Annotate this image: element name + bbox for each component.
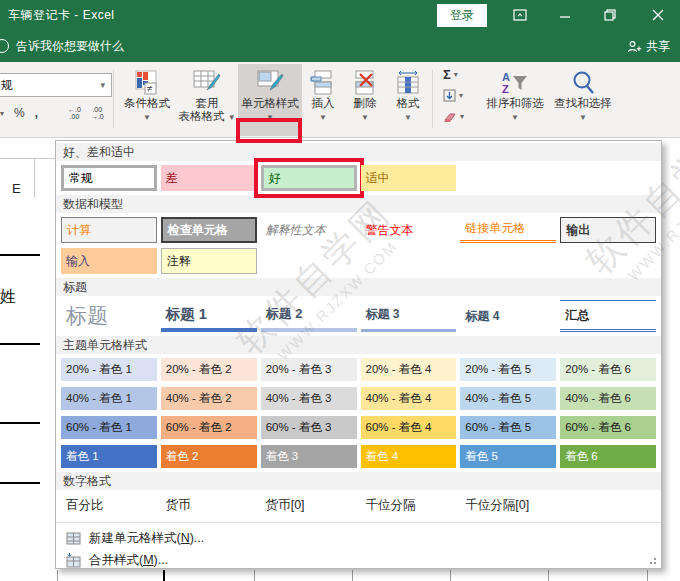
style-linked-cell[interactable]: 链接单元格 xyxy=(460,217,556,243)
style-comma-0[interactable]: 千位分隔[0] xyxy=(460,494,556,516)
style-accent5[interactable]: 着色 5 xyxy=(460,445,556,468)
ribbon: 规 ▾ ▾ % , ←.0.00 .00→.0 ≠ 条件格式 xyxy=(0,62,680,138)
percent-style-button[interactable]: % xyxy=(14,106,25,120)
new-cell-style-menu-item[interactable]: 新建单元格样式(N)... xyxy=(56,527,661,549)
style-heading-1[interactable]: 标题 1 xyxy=(161,300,257,332)
chevron-down-icon[interactable]: ▾ xyxy=(0,109,4,118)
ribbon-display-options-button[interactable] xyxy=(500,0,540,30)
find-select-button[interactable]: 查找和选择 ▼ xyxy=(549,64,617,136)
style-40pct-accent1[interactable]: 40% - 着色 1 xyxy=(61,387,157,410)
autosum-button[interactable]: Σ ▾ xyxy=(439,64,477,85)
chevron-down-icon: ▾ xyxy=(459,91,463,100)
style-bad[interactable]: 差 xyxy=(161,165,257,191)
chevron-down-icon: ▼ xyxy=(361,111,369,124)
style-note[interactable]: 注释 xyxy=(161,248,257,274)
style-20pct-accent2[interactable]: 20% - 着色 2 xyxy=(161,358,257,381)
clear-button[interactable]: ▾ xyxy=(439,106,477,127)
sort-filter-button[interactable]: A Z 排序和筛选 ▼ xyxy=(481,64,549,136)
group-separator xyxy=(113,70,114,128)
style-60pct-accent6[interactable]: 60% - 着色 6 xyxy=(560,416,656,439)
style-explanatory-text[interactable]: 解释性文本 xyxy=(261,217,357,243)
restore-button[interactable] xyxy=(590,0,630,30)
share-person-icon xyxy=(627,40,642,53)
style-currency[interactable]: 货币 xyxy=(161,494,257,516)
format-button[interactable]: 格式 ▼ xyxy=(386,64,430,136)
worksheet-left-fragment: E 姓 xyxy=(0,139,55,581)
minimize-icon xyxy=(559,9,571,21)
menu-separator xyxy=(56,522,661,523)
number-format-combobox[interactable]: 规 ▾ xyxy=(0,73,112,97)
delete-cells-button[interactable]: 删除 ▼ xyxy=(344,64,386,136)
style-60pct-accent1[interactable]: 60% - 着色 1 xyxy=(61,416,157,439)
merge-styles-menu-item[interactable]: 合并样式(M)... xyxy=(56,549,661,571)
sigma-icon: Σ xyxy=(443,67,451,82)
restore-icon xyxy=(604,9,616,21)
group-separator xyxy=(432,70,433,128)
style-calculation[interactable]: 计算 xyxy=(61,217,157,243)
section-header-good-bad-neutral: 好、差和适中 xyxy=(56,143,661,161)
style-20pct-accent5[interactable]: 20% - 着色 5 xyxy=(460,358,556,381)
style-good[interactable]: 好 xyxy=(261,165,357,191)
style-output[interactable]: 输出 xyxy=(560,217,656,243)
fill-button[interactable]: ▾ xyxy=(439,85,477,106)
comma-style-button[interactable]: , xyxy=(35,106,38,120)
style-40pct-accent6[interactable]: 40% - 着色 6 xyxy=(560,387,656,410)
style-heading-4[interactable]: 标题 4 xyxy=(460,300,556,332)
chevron-down-icon: ▼ xyxy=(228,113,236,122)
number-mini-toolbar: ▾ % , ←.0.00 .00→.0 xyxy=(0,106,104,120)
good-bad-neutral-grid: 常规差好适中 xyxy=(56,165,661,191)
style-title[interactable]: 标题 xyxy=(61,300,157,332)
chevron-down-icon: ▾ xyxy=(460,112,464,121)
themed-styles-grid: 20% - 着色 120% - 着色 220% - 着色 320% - 着色 4… xyxy=(56,358,661,468)
style-currency-0[interactable]: 货币[0] xyxy=(261,494,357,516)
increase-decimal-button[interactable]: ←.0.00 xyxy=(68,106,81,120)
style-20pct-accent3[interactable]: 20% - 着色 3 xyxy=(261,358,357,381)
style-accent2[interactable]: 着色 2 xyxy=(161,445,257,468)
style-comma[interactable]: 千位分隔 xyxy=(361,494,457,516)
style-accent4[interactable]: 着色 4 xyxy=(361,445,457,468)
style-60pct-accent5[interactable]: 60% - 着色 5 xyxy=(460,416,556,439)
insert-cells-icon xyxy=(310,70,336,96)
style-heading-2[interactable]: 标题 2 xyxy=(261,300,357,332)
style-40pct-accent3[interactable]: 40% - 着色 3 xyxy=(261,387,357,410)
worksheet-cell-name: 姓 xyxy=(0,287,16,308)
conditional-formatting-button[interactable]: ≠ 条件格式 ▼ xyxy=(118,64,176,136)
style-40pct-accent2[interactable]: 40% - 着色 2 xyxy=(161,387,257,410)
sign-in-button[interactable]: 登录 xyxy=(437,4,487,27)
style-20pct-accent6[interactable]: 20% - 着色 6 xyxy=(560,358,656,381)
merge-styles-icon xyxy=(66,553,81,568)
style-20pct-accent1[interactable]: 20% - 着色 1 xyxy=(61,358,157,381)
chevron-down-icon: ▼ xyxy=(404,111,412,124)
number-format-grid: 百分比货币货币[0]千位分隔千位分隔[0] xyxy=(56,494,661,516)
format-as-table-button[interactable]: 套用 表格格式 ▼ xyxy=(176,64,238,136)
share-button[interactable]: 共享 xyxy=(627,38,670,55)
style-accent1[interactable]: 着色 1 xyxy=(61,445,157,468)
style-60pct-accent4[interactable]: 60% - 着色 4 xyxy=(361,416,457,439)
style-percent[interactable]: 百分比 xyxy=(61,494,157,516)
close-button[interactable] xyxy=(638,0,678,30)
style-40pct-accent5[interactable]: 40% - 着色 5 xyxy=(460,387,556,410)
insert-cells-button[interactable]: 插入 ▼ xyxy=(302,64,344,136)
titles-grid: 标题标题 1标题 2标题 3标题 4汇总 xyxy=(56,300,661,332)
chevron-down-icon: ▾ xyxy=(100,80,105,90)
style-check-cell[interactable]: 检查单元格 xyxy=(161,217,257,243)
style-accent6[interactable]: 着色 6 xyxy=(560,445,656,468)
style-60pct-accent3[interactable]: 60% - 着色 3 xyxy=(261,416,357,439)
format-as-table-icon xyxy=(193,70,221,96)
window-title: 车辆登记卡 - Excel xyxy=(8,7,115,24)
style-heading-3[interactable]: 标题 3 xyxy=(361,300,457,332)
style-40pct-accent4[interactable]: 40% - 着色 4 xyxy=(361,387,457,410)
style-input[interactable]: 输入 xyxy=(61,248,157,274)
resize-grip[interactable] xyxy=(646,556,656,564)
style-total[interactable]: 汇总 xyxy=(560,300,656,332)
tell-me-bar[interactable]: 告诉我你想要做什么 xyxy=(0,30,680,62)
style-accent3[interactable]: 着色 3 xyxy=(261,445,357,468)
style-20pct-accent4[interactable]: 20% - 着色 4 xyxy=(361,358,457,381)
minimize-button[interactable] xyxy=(545,0,585,30)
format-icon xyxy=(395,70,421,96)
style-warning-text[interactable]: 警告文本 xyxy=(361,217,457,243)
decrease-decimal-button[interactable]: .00→.0 xyxy=(91,106,104,120)
style-60pct-accent2[interactable]: 60% - 着色 2 xyxy=(161,416,257,439)
style-normal[interactable]: 常规 xyxy=(61,165,157,191)
style-neutral[interactable]: 适中 xyxy=(361,165,457,191)
